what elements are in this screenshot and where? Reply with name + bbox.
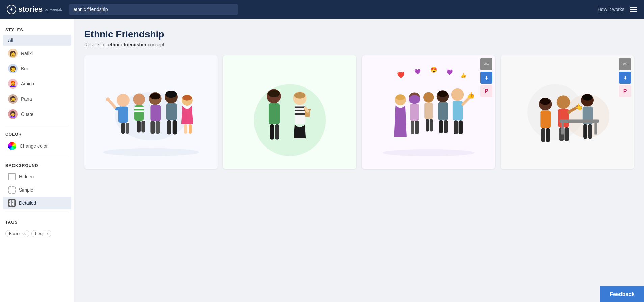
avatar-bro: 🧑: [8, 64, 18, 73]
svg-text:👍: 👍: [466, 91, 475, 99]
image-card-4[interactable]: 👆 ✏ ⬇ P: [501, 55, 634, 169]
svg-point-19: [150, 93, 160, 99]
image-card-3[interactable]: ❤️ 💜 😍 💜 👍: [362, 55, 495, 169]
illustration-1: [84, 55, 218, 169]
sidebar-item-hidden[interactable]: Hidden: [3, 170, 71, 183]
svg-rect-95: [594, 123, 597, 135]
header-right: How it works: [598, 7, 637, 12]
results-query: ethnic friendship: [108, 42, 146, 47]
image-card-2[interactable]: [223, 55, 356, 169]
svg-point-29: [254, 84, 326, 156]
svg-rect-42: [295, 113, 305, 115]
rafiki-label: Rafiki: [21, 51, 33, 56]
hidden-bg-icon: [8, 173, 16, 180]
sidebar-item-all[interactable]: All: [3, 35, 71, 46]
svg-rect-36: [275, 124, 279, 139]
svg-rect-84: [564, 127, 569, 141]
main-layout: STYLES All 👩 Rafiki 🧑 Bro 👩‍🦰 Amico 🧔 Pa…: [0, 19, 644, 302]
sidebar-item-detailed[interactable]: Detailed: [3, 197, 71, 209]
svg-rect-41: [295, 110, 305, 111]
svg-point-0: [103, 148, 199, 156]
download-button-3[interactable]: ⬇: [480, 72, 492, 84]
svg-rect-91: [588, 124, 592, 139]
pana-label: Pana: [21, 96, 32, 102]
avatar-cuate: 👩‍🦱: [8, 109, 18, 119]
tag-people[interactable]: People: [31, 230, 51, 237]
svg-rect-60: [424, 103, 433, 119]
color-section-title: COLOR: [0, 129, 74, 139]
sidebar-item-simple[interactable]: Simple: [3, 183, 71, 196]
pinterest-button-3[interactable]: P: [480, 85, 492, 97]
svg-rect-62: [430, 119, 433, 132]
svg-rect-61: [426, 119, 429, 132]
svg-text:💜: 💜: [446, 69, 453, 75]
logo-text: stories: [18, 5, 43, 14]
svg-line-7: [109, 100, 115, 107]
styles-section-title: STYLES: [0, 24, 74, 34]
avatar-amico: 👩‍🦰: [8, 79, 18, 89]
svg-line-72: [463, 98, 469, 104]
svg-text:👆: 👆: [575, 103, 583, 110]
svg-rect-69: [453, 101, 463, 120]
sidebar-item-rafiki[interactable]: 👩 Rafiki: [3, 46, 71, 61]
tags-list: Business People: [5, 230, 69, 237]
card-4-actions: ✏ ⬇ P: [619, 58, 631, 97]
image-card-1[interactable]: [84, 55, 218, 169]
svg-rect-21: [166, 103, 177, 120]
svg-rect-18: [156, 121, 160, 134]
how-it-works-link[interactable]: How it works: [598, 7, 624, 12]
logo-by-text: by Freepik: [45, 7, 62, 11]
sidebar-item-bro[interactable]: 🧑 Bro: [3, 61, 71, 76]
svg-rect-79: [546, 128, 550, 142]
feedback-button[interactable]: Feedback: [600, 286, 644, 302]
tag-business[interactable]: Business: [5, 230, 29, 237]
results-text: Results for ethnic friendship concept: [84, 42, 634, 47]
sidebar-item-pana[interactable]: 🧔 Pana: [3, 92, 71, 106]
svg-rect-70: [454, 120, 458, 134]
change-color-button[interactable]: Change color: [3, 139, 71, 153]
avatar-rafiki: 👩: [8, 49, 18, 58]
logo-icon: ✦: [7, 5, 16, 14]
svg-line-46: [305, 108, 308, 111]
search-input[interactable]: [69, 4, 238, 15]
svg-text:👍: 👍: [460, 72, 467, 78]
svg-rect-77: [540, 110, 551, 128]
hidden-label: Hidden: [19, 174, 34, 179]
sidebar-item-amico[interactable]: 👩‍🦰 Amico: [3, 76, 71, 91]
hamburger-menu[interactable]: [630, 7, 637, 12]
svg-point-8: [106, 97, 110, 101]
page-title: Ethnic Friendship: [84, 29, 634, 40]
svg-rect-90: [583, 124, 587, 139]
svg-point-9: [133, 93, 145, 105]
svg-rect-78: [541, 128, 545, 142]
detailed-label: Detailed: [19, 200, 36, 206]
results-suffix: concept: [148, 42, 164, 47]
svg-rect-35: [270, 124, 274, 139]
change-color-label: Change color: [20, 143, 48, 149]
pinterest-button-4[interactable]: P: [619, 85, 631, 97]
sidebar-item-cuate[interactable]: 👩‍🦱 Cuate: [3, 107, 71, 122]
content-area: Ethnic Friendship Results for ethnic fri…: [74, 19, 644, 302]
svg-rect-31: [269, 103, 280, 124]
svg-rect-16: [150, 105, 161, 121]
svg-point-80: [540, 98, 551, 105]
logo[interactable]: ✦ stories by Freepik: [7, 5, 62, 14]
edit-button-4[interactable]: ✏: [619, 58, 631, 70]
svg-point-54: [396, 95, 405, 100]
svg-point-68: [451, 88, 464, 101]
svg-point-67: [438, 91, 448, 97]
illustration-4: 👆: [501, 55, 634, 169]
svg-point-28: [182, 95, 192, 101]
svg-rect-17: [150, 121, 155, 134]
download-button-4[interactable]: ⬇: [619, 72, 631, 84]
edit-button-3[interactable]: ✏: [480, 58, 492, 70]
svg-point-52: [383, 149, 475, 156]
avatar-pana: 🧔: [8, 94, 18, 104]
simple-label: Simple: [19, 187, 33, 193]
svg-rect-93: [559, 119, 599, 122]
all-label: All: [8, 37, 14, 43]
svg-point-92: [582, 94, 592, 101]
svg-rect-65: [439, 120, 443, 133]
svg-rect-94: [561, 123, 564, 135]
svg-rect-71: [458, 120, 463, 134]
